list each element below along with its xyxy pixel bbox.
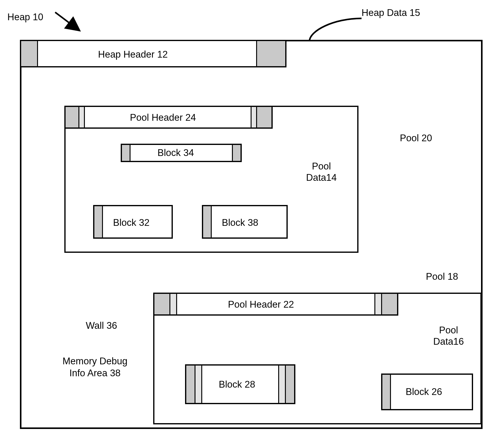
debug-segment bbox=[79, 107, 85, 127]
diagram-canvas: Heap 10 Heap Data 15 Heap Header 12 bbox=[0, 0, 504, 440]
memory-debug-info-area-38-segment bbox=[186, 366, 195, 403]
pool-18-label: Pool 18 bbox=[426, 271, 458, 282]
debug-segment bbox=[374, 294, 381, 314]
wall-segment bbox=[122, 145, 131, 161]
block-26-label: Block 26 bbox=[406, 386, 442, 397]
wall-segment bbox=[256, 41, 285, 66]
debug-segment bbox=[195, 366, 202, 403]
pool-data16-label: Pool Data16 bbox=[424, 324, 473, 347]
wall-segment bbox=[94, 206, 103, 237]
wall-segment bbox=[382, 375, 391, 409]
pool-20-box: Pool Header 24 Pool Data14 Block 34 Bloc… bbox=[64, 106, 358, 253]
wall-36-label: Wall 36 bbox=[86, 320, 117, 331]
block-28-label: Block 28 bbox=[219, 379, 255, 390]
heap-box: Heap Header 12 Pool Header 24 Pool Data1… bbox=[20, 40, 483, 429]
heap-data-15-label: Heap Data 15 bbox=[362, 7, 420, 18]
debug-segment bbox=[170, 294, 177, 314]
pool-data14-label: Pool Data14 bbox=[298, 161, 344, 183]
wall-segment bbox=[285, 366, 294, 403]
debug-segment bbox=[278, 366, 285, 403]
block-38-label: Block 38 bbox=[222, 217, 258, 228]
heap-10-label: Heap 10 bbox=[7, 12, 43, 23]
pool-18-box: Pool Header 22 Pool Data16 Block 28 Bloc… bbox=[153, 293, 482, 424]
block-32-label: Block 32 bbox=[113, 217, 150, 228]
pool-header-24-label: Pool Header 24 bbox=[130, 112, 196, 123]
debug-segment bbox=[251, 107, 256, 127]
memory-debug-38-label: Memory Debug Info Area 38 bbox=[54, 355, 136, 379]
wall-segment bbox=[21, 41, 38, 66]
wall-segment bbox=[66, 107, 79, 127]
wall-segment bbox=[232, 145, 241, 161]
pool-header-22-label: Pool Header 22 bbox=[228, 299, 294, 310]
wall-segment bbox=[203, 206, 212, 237]
wall-36-segment bbox=[154, 294, 170, 314]
wall-segment bbox=[256, 107, 271, 127]
pool-20-label: Pool 20 bbox=[400, 133, 432, 144]
heap-header-label: Heap Header 12 bbox=[98, 49, 168, 60]
block-34-label: Block 34 bbox=[157, 147, 194, 158]
svg-line-0 bbox=[55, 12, 80, 31]
wall-segment bbox=[381, 294, 397, 314]
